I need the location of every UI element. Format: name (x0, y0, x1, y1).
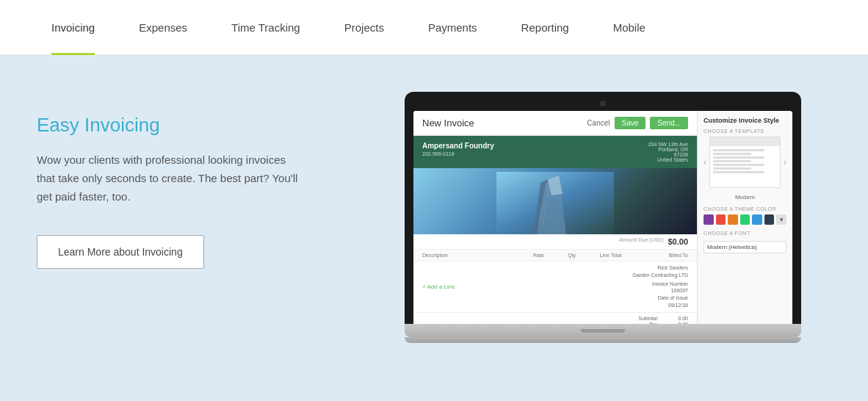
invoice-image-area (413, 168, 697, 234)
nav-item-payments[interactable]: Payments (406, 0, 499, 55)
date-issue-label: Date of Issue (632, 295, 688, 302)
invoice-number-label: Invoice Number (632, 281, 688, 288)
right-panel: New Invoice Cancel Save Send... Ampersan… (345, 92, 831, 343)
navigation: Invoicing Expenses Time Tracking Project… (0, 0, 868, 55)
template-name: Modern (704, 194, 786, 201)
color-swatch-orange[interactable] (728, 214, 738, 225)
amount-label: Amount Due (USD) (619, 237, 663, 246)
nav-item-time-tracking[interactable]: Time Tracking (209, 0, 322, 55)
add-line-button[interactable]: + Add a Line (422, 264, 455, 309)
template-next-button[interactable]: › (784, 157, 786, 167)
invoice-actions: Cancel Save Send... (587, 117, 688, 129)
add-line-row: + Add a Line Rick Sanders Garden Contrac… (413, 261, 697, 313)
invoice-send-button[interactable]: Send... (650, 117, 688, 129)
preview-line-6 (713, 167, 751, 170)
invoice-title: New Invoice (422, 118, 474, 129)
date-issue: 09/12/18 (632, 302, 688, 309)
laptop-base (405, 324, 801, 337)
preview-line-4 (713, 160, 751, 162)
billed-to-name: Rick Sanders (632, 264, 688, 272)
laptop-screen: New Invoice Cancel Save Send... Ampersan… (405, 92, 801, 324)
customize-panel: Customize Invoice Style CHOOSE A TEMPLAT… (697, 111, 792, 324)
col-total: Line Total (588, 253, 621, 258)
company-name: Ampersand Foundry (422, 142, 494, 150)
template-preview-header (710, 137, 780, 146)
laptop-camera (600, 101, 606, 106)
invoice-cancel-button[interactable]: Cancel (587, 119, 610, 127)
laptop-notch (581, 329, 625, 333)
invoice-main-area: New Invoice Cancel Save Send... Ampersan… (413, 111, 697, 324)
color-swatch-red[interactable] (716, 214, 726, 225)
building-svg (496, 172, 614, 234)
col-qty: Qty (555, 253, 588, 258)
invoice-company-bar: Ampersand Foundry 202-569-0118 234 NW 13… (413, 136, 697, 168)
nav-item-projects[interactable]: Projects (322, 0, 406, 55)
template-prev-button[interactable]: ‹ (704, 157, 706, 167)
company-info: Ampersand Foundry 202-569-0118 (422, 142, 494, 156)
invoice-totals: Subtotal 0.00 Tax 0.00 Total 0.00 (413, 313, 697, 324)
preview-line-7 (713, 171, 764, 173)
invoice-number: 100097 (632, 287, 688, 295)
color-swatch-blue[interactable] (752, 214, 762, 225)
col-billed-to: Billed To (622, 253, 689, 258)
billed-to-company: Garden Contracting LTD (632, 272, 688, 279)
customize-title: Customize Invoice Style (704, 117, 786, 124)
company-address: 234 NW 13th AvePortland, OR97209United S… (648, 142, 688, 162)
nav-item-reporting[interactable]: Reporting (499, 0, 591, 55)
cta-button[interactable]: Learn More about Invoicing (37, 235, 204, 269)
invoice-table-header: Description Rate Qty Line Total Billed T… (413, 250, 697, 261)
laptop-stand (405, 337, 801, 343)
main-content: Easy Invoicing Wow your clients with pro… (0, 55, 868, 401)
tax-row: Tax 0.00 (422, 322, 688, 324)
color-swatches: ▼ (704, 214, 786, 225)
company-phone: 202-569-0118 (422, 151, 494, 156)
template-preview-body (710, 146, 780, 178)
nav-item-invoicing[interactable]: Invoicing (29, 0, 117, 55)
nav-item-expenses[interactable]: Expenses (117, 0, 209, 55)
laptop-display: New Invoice Cancel Save Send... Ampersan… (413, 111, 792, 324)
choose-font-label: CHOOSE A FONT (704, 231, 786, 236)
page-headline: Easy Invoicing (37, 114, 345, 137)
col-description: Description (422, 253, 522, 258)
left-panel: Easy Invoicing Wow your clients with pro… (37, 92, 345, 269)
laptop-mockup: New Invoice Cancel Save Send... Ampersan… (405, 92, 801, 343)
preview-line-1 (713, 149, 764, 151)
invoice-amount-row: Amount Due (USD) $0.00 (413, 234, 697, 250)
font-select[interactable]: Modern (Helvetica) (704, 241, 786, 253)
page-description: Wow your clients with professional looki… (37, 151, 301, 206)
preview-line-2 (713, 153, 751, 155)
color-swatch-green[interactable] (740, 214, 751, 225)
template-preview (709, 137, 781, 188)
color-swatch-dark[interactable] (764, 214, 775, 225)
nav-item-mobile[interactable]: Mobile (591, 0, 668, 55)
choose-template-label: CHOOSE A TEMPLATE (704, 129, 786, 134)
invoice-save-button[interactable]: Save (615, 117, 646, 129)
preview-line-3 (713, 156, 764, 159)
invoice-header: New Invoice Cancel Save Send... (413, 111, 697, 136)
choose-color-label: CHOOSE A THEME COLOR (704, 206, 786, 212)
preview-line-5 (713, 164, 764, 166)
color-swatch-purple[interactable] (704, 214, 714, 225)
subtotal-row: Subtotal 0.00 (422, 316, 688, 321)
font-select-wrapper: Modern (Helvetica) (704, 239, 786, 253)
color-dropdown[interactable]: ▼ (776, 214, 786, 225)
col-rate: Rate (522, 253, 555, 258)
template-preview-wrapper: ‹ (704, 137, 786, 188)
amount-value: $0.00 (668, 237, 688, 246)
